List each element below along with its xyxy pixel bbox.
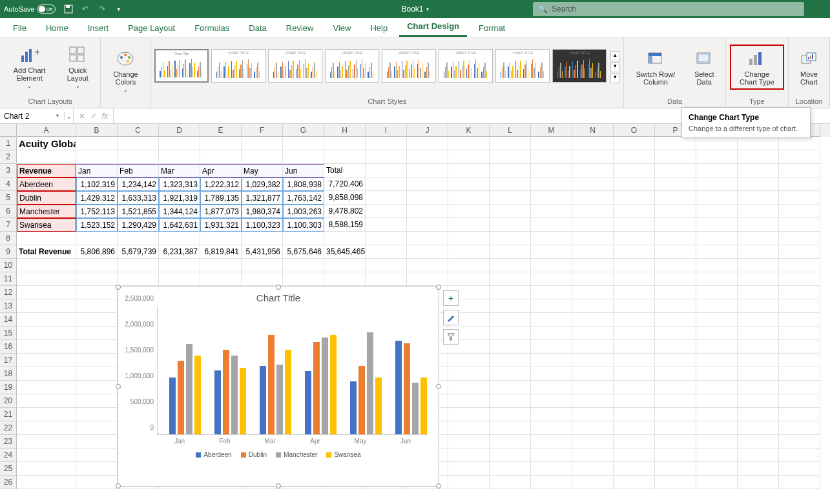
- row-header-8[interactable]: 8: [0, 232, 17, 245]
- search-box[interactable]: 🔍 Search: [533, 2, 804, 16]
- cell[interactable]: [490, 313, 531, 327]
- bar[interactable]: [178, 361, 184, 434]
- row-header-22[interactable]: 22: [0, 421, 17, 435]
- cell[interactable]: [738, 245, 779, 259]
- quick-layout-button[interactable]: Quick Layout⌄: [59, 43, 96, 90]
- cell[interactable]: [283, 232, 324, 245]
- tab-help[interactable]: Help: [362, 19, 395, 37]
- cell[interactable]: [76, 449, 118, 462]
- cell[interactable]: [490, 367, 531, 381]
- cell[interactable]: [17, 150, 76, 164]
- row-total[interactable]: 9,858,098: [324, 191, 366, 205]
- cell[interactable]: [17, 259, 76, 272]
- cell[interactable]: [17, 299, 76, 313]
- cell[interactable]: [614, 381, 655, 394]
- legend-item[interactable]: Dublin: [241, 451, 267, 458]
- column-header-J[interactable]: J: [407, 124, 448, 137]
- cell[interactable]: [324, 150, 366, 164]
- cell[interactable]: [696, 177, 738, 191]
- cell[interactable]: [366, 218, 407, 232]
- cell[interactable]: [448, 367, 490, 381]
- cell[interactable]: [490, 340, 531, 354]
- cell[interactable]: [655, 137, 696, 150]
- cell[interactable]: [490, 137, 531, 150]
- cell[interactable]: [572, 137, 614, 150]
- data-cell[interactable]: 1,344,124: [159, 205, 200, 218]
- save-icon[interactable]: [63, 4, 74, 14]
- cell[interactable]: [696, 191, 738, 205]
- cell[interactable]: [490, 299, 531, 313]
- row-header-5[interactable]: 5: [0, 191, 17, 205]
- cell[interactable]: [696, 381, 738, 394]
- cell[interactable]: [448, 259, 490, 272]
- cell[interactable]: [655, 462, 696, 476]
- cell[interactable]: [738, 150, 779, 164]
- cell[interactable]: [448, 272, 490, 286]
- cell[interactable]: [655, 191, 696, 205]
- cell[interactable]: [200, 150, 242, 164]
- month-header[interactable]: Apr: [200, 164, 242, 177]
- spreadsheet-grid[interactable]: ABCDEFGHIJKLMNOPQRS 1Acuity Global Enter…: [0, 124, 830, 503]
- cell[interactable]: [779, 354, 820, 367]
- cell[interactable]: [696, 164, 738, 177]
- cell[interactable]: [614, 191, 655, 205]
- cell[interactable]: [242, 272, 283, 286]
- cell[interactable]: [614, 245, 655, 259]
- cell[interactable]: [572, 340, 614, 354]
- cell[interactable]: [17, 462, 76, 476]
- cell[interactable]: [738, 435, 779, 449]
- data-cell[interactable]: 1,980,374: [242, 205, 283, 218]
- cell[interactable]: [614, 462, 655, 476]
- cell[interactable]: [572, 191, 614, 205]
- cell[interactable]: [17, 421, 76, 435]
- fx-icon[interactable]: fx: [102, 112, 108, 121]
- data-cell[interactable]: 1,102,319: [76, 177, 118, 191]
- data-cell[interactable]: 1,523,152: [76, 218, 118, 232]
- column-header-C[interactable]: C: [118, 124, 159, 137]
- column-header-M[interactable]: M: [531, 124, 572, 137]
- bar[interactable]: [350, 381, 357, 434]
- legend-item[interactable]: Manchester: [276, 451, 317, 458]
- data-cell[interactable]: 1,100,323: [242, 218, 283, 232]
- cell[interactable]: [366, 177, 407, 191]
- cell[interactable]: [655, 205, 696, 218]
- cell[interactable]: [572, 177, 614, 191]
- data-cell[interactable]: 1,003,263: [283, 205, 324, 218]
- cell[interactable]: [76, 435, 118, 449]
- legend-item[interactable]: Aberdeen: [196, 451, 231, 458]
- row-header-2[interactable]: 2: [0, 150, 17, 164]
- cell[interactable]: [283, 259, 324, 272]
- bar[interactable]: [231, 356, 238, 434]
- redo-icon[interactable]: ↷: [97, 4, 107, 14]
- cell[interactable]: [448, 449, 490, 462]
- month-header[interactable]: Jun: [283, 164, 324, 177]
- cell[interactable]: [655, 340, 696, 354]
- cell[interactable]: [531, 272, 572, 286]
- cell[interactable]: [531, 137, 572, 150]
- cell[interactable]: [17, 408, 76, 421]
- tab-file[interactable]: File: [5, 19, 34, 37]
- cell[interactable]: [572, 286, 614, 299]
- cell[interactable]: [159, 259, 200, 272]
- bar[interactable]: [358, 366, 365, 434]
- cell[interactable]: [490, 259, 531, 272]
- cell[interactable]: [696, 150, 738, 164]
- autosave-toggle[interactable]: AutoSave Off: [4, 5, 56, 14]
- cell[interactable]: [283, 272, 324, 286]
- row-header-19[interactable]: 19: [0, 381, 17, 394]
- gallery-scroll[interactable]: ▴ ▾ ▾: [610, 51, 619, 83]
- data-cell[interactable]: 1,921,319: [159, 191, 200, 205]
- cell[interactable]: [738, 367, 779, 381]
- cell[interactable]: [614, 177, 655, 191]
- chart-style-7[interactable]: CHART TITLE: [495, 49, 550, 83]
- data-cell[interactable]: 1,642,631: [159, 218, 200, 232]
- cell[interactable]: [159, 272, 200, 286]
- bar[interactable]: [305, 371, 311, 434]
- gallery-down-icon[interactable]: ▾: [610, 62, 619, 72]
- data-cell[interactable]: 1,323,313: [159, 177, 200, 191]
- chart-title[interactable]: Chart Title: [118, 287, 439, 306]
- cell[interactable]: [448, 354, 490, 367]
- cell[interactable]: [572, 150, 614, 164]
- data-cell[interactable]: 1,877,073: [200, 205, 242, 218]
- cell[interactable]: [490, 449, 531, 462]
